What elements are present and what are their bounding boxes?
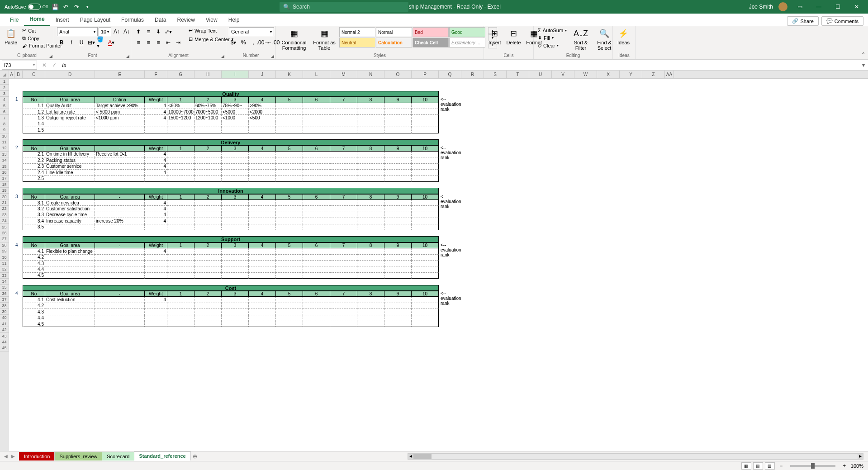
table-cell[interactable] xyxy=(145,176,167,181)
table-header-cell[interactable]: 5 xyxy=(276,194,303,200)
table-cell[interactable] xyxy=(249,152,276,157)
table-cell[interactable] xyxy=(45,321,95,327)
table-cell[interactable] xyxy=(384,218,412,224)
table-cell[interactable] xyxy=(384,109,412,115)
table-cell[interactable]: Decrease cycle time xyxy=(45,212,95,218)
table-cell[interactable]: 4.1 xyxy=(23,297,45,303)
table-cell[interactable] xyxy=(249,212,276,218)
table-cell[interactable] xyxy=(303,321,330,327)
table-cell[interactable] xyxy=(276,164,303,170)
style-normal2[interactable]: Normal 2 xyxy=(339,27,375,37)
table-cell[interactable] xyxy=(330,200,357,206)
fill-button[interactable]: ⬇Fill▾ xyxy=(536,34,568,41)
table-cell[interactable] xyxy=(276,218,303,224)
table-header-cell[interactable]: 6 xyxy=(303,97,330,103)
table-cell[interactable]: 2.5 xyxy=(23,176,45,181)
table-cell[interactable] xyxy=(357,255,384,261)
table-cell[interactable] xyxy=(384,303,412,309)
table-cell[interactable]: Target achieve >90% xyxy=(95,103,145,109)
table-cell[interactable] xyxy=(412,224,439,230)
table-header-cell[interactable]: 10 xyxy=(412,291,439,297)
table-cell[interactable] xyxy=(222,164,249,170)
table-cell[interactable] xyxy=(357,321,384,327)
table-cell[interactable] xyxy=(249,218,276,224)
table-cell[interactable]: Increase capacity xyxy=(45,218,95,224)
table-header-cell[interactable]: No xyxy=(23,291,45,297)
table-cell[interactable] xyxy=(95,164,145,170)
align-middle-icon[interactable]: ≡ xyxy=(144,27,153,36)
table-cell[interactable] xyxy=(249,127,276,133)
table-header-cell[interactable]: 7 xyxy=(330,291,357,297)
table-cell[interactable] xyxy=(276,273,303,279)
column-header[interactable]: X xyxy=(597,71,620,78)
table-cell[interactable] xyxy=(167,315,194,321)
zoom-slider[interactable] xyxy=(790,465,835,467)
table-cell[interactable] xyxy=(145,273,167,279)
table-cell[interactable] xyxy=(222,157,249,163)
orientation-icon[interactable]: ⤢▾ xyxy=(164,27,173,36)
table-header-cell[interactable]: 1 xyxy=(167,194,194,200)
table-cell[interactable] xyxy=(249,255,276,261)
table-cell[interactable] xyxy=(357,315,384,321)
table-cell[interactable]: 10000~7000 xyxy=(167,109,194,115)
table-cell[interactable] xyxy=(222,315,249,321)
table-cell[interactable] xyxy=(95,248,145,254)
column-header[interactable]: M xyxy=(330,71,357,78)
font-size-select[interactable]: 10▾ xyxy=(99,27,111,36)
table-cell[interactable] xyxy=(357,212,384,218)
table-cell[interactable] xyxy=(194,261,222,266)
table-cell[interactable]: 1200~1000 xyxy=(194,115,222,121)
table-cell[interactable] xyxy=(167,255,194,261)
table-header-cell[interactable]: Weight xyxy=(145,194,167,200)
table-cell[interactable] xyxy=(222,152,249,157)
table-header-cell[interactable]: 2 xyxy=(194,97,222,103)
horizontal-scrollbar[interactable]: ◀ ▶ xyxy=(408,453,863,460)
column-header[interactable]: W xyxy=(574,71,597,78)
table-header-cell[interactable]: 10 xyxy=(412,194,439,200)
table-cell[interactable] xyxy=(194,248,222,254)
table-cell[interactable]: 4 xyxy=(145,212,167,218)
column-header[interactable]: I xyxy=(222,71,249,78)
table-cell[interactable]: 4.2 xyxy=(23,255,45,261)
table-cell[interactable] xyxy=(249,200,276,206)
table-cell[interactable]: 4.5 xyxy=(23,321,45,327)
decrease-font-icon[interactable]: A↓ xyxy=(122,27,131,36)
expand-formula-bar-icon[interactable]: ▾ xyxy=(859,62,868,68)
table-cell[interactable] xyxy=(412,121,439,127)
table-cell[interactable]: 3.1 xyxy=(23,200,45,206)
table-cell[interactable] xyxy=(222,309,249,315)
table-cell[interactable]: 75%~90~ xyxy=(222,103,249,109)
insert-cells-button[interactable]: ⊞Insert xyxy=(487,27,503,46)
tab-view[interactable]: View xyxy=(200,14,223,26)
table-cell[interactable] xyxy=(145,121,167,127)
table-cell[interactable] xyxy=(95,261,145,266)
table-cell[interactable] xyxy=(95,303,145,309)
table-cell[interactable] xyxy=(222,127,249,133)
table-cell[interactable] xyxy=(95,297,145,303)
row-header[interactable]: 10 xyxy=(0,133,9,139)
table-cell[interactable] xyxy=(95,255,145,261)
table-cell[interactable] xyxy=(276,315,303,321)
column-header[interactable]: S xyxy=(484,71,507,78)
align-bottom-icon[interactable]: ⬇ xyxy=(154,27,163,36)
table-cell[interactable] xyxy=(276,152,303,157)
table-header-cell[interactable]: 1 xyxy=(167,97,194,103)
conditional-formatting-button[interactable]: ▦Conditional Formatting xyxy=(279,27,309,52)
table-cell[interactable] xyxy=(412,103,439,109)
table-cell[interactable] xyxy=(303,261,330,266)
zoom-in-icon[interactable]: + xyxy=(840,461,849,470)
table-cell[interactable] xyxy=(357,261,384,266)
table-header-cell[interactable]: 6 xyxy=(303,242,330,248)
table-cell[interactable] xyxy=(330,176,357,181)
table-header-cell[interactable]: 4 xyxy=(249,242,276,248)
cancel-formula-icon[interactable]: ✕ xyxy=(40,61,49,70)
row-header[interactable]: 13 xyxy=(0,152,9,157)
table-header-cell[interactable]: 7 xyxy=(330,97,357,103)
table-cell[interactable]: 4 xyxy=(145,170,167,176)
table-cell[interactable] xyxy=(303,315,330,321)
row-header[interactable]: 28 xyxy=(0,242,9,248)
table-cell[interactable] xyxy=(194,255,222,261)
column-header[interactable]: Q xyxy=(439,71,461,78)
table-cell[interactable] xyxy=(222,200,249,206)
table-cell[interactable] xyxy=(276,212,303,218)
